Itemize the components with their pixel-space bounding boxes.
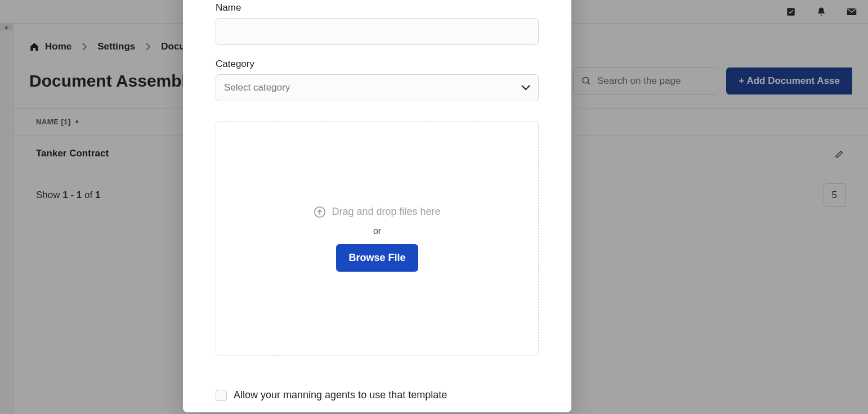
allow-agents-label: Allow your manning agents to use that te… [234,389,447,401]
category-label: Category [216,58,539,70]
category-select[interactable]: Select category [216,74,539,101]
modal-overlay[interactable]: Name Category Select category Drag and d… [0,0,868,414]
file-dropzone[interactable]: Drag and drop files here or Browse File [216,122,539,356]
upload-icon [314,206,326,218]
dropzone-text: Drag and drop files here [332,206,440,218]
add-document-modal: Name Category Select category Drag and d… [183,0,571,412]
dropzone-or: or [373,226,381,236]
select-placeholder: Select category [224,82,290,93]
name-label: Name [216,2,539,14]
allow-agents-checkbox[interactable] [216,390,227,401]
browse-file-button[interactable]: Browse File [336,244,418,272]
allow-agents-row[interactable]: Allow your manning agents to use that te… [216,389,539,401]
chevron-down-icon [521,85,530,91]
name-input[interactable] [216,18,539,45]
